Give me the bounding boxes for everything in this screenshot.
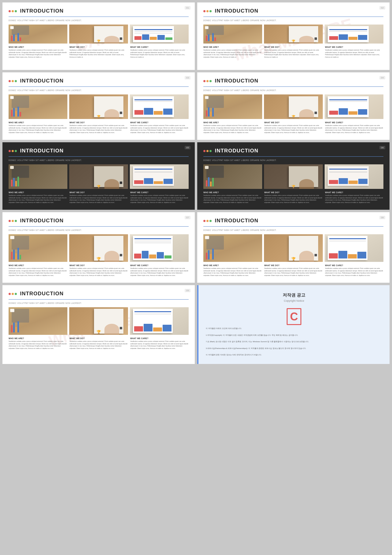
- what-we-care-text-9: Vestibulum sodales ante a purus volutpat…: [130, 340, 189, 350]
- window-dots-9: [9, 293, 17, 295]
- dot-green-8: [209, 220, 212, 222]
- what-we-care-col-4: WHAT WE CARE? Vestibulum sodales ante a …: [325, 121, 383, 134]
- copyright-title: 저작권 공고: [206, 293, 382, 298]
- what-we-care-col-8: WHAT WE CARE? Vestibulum sodales ante a …: [325, 264, 383, 277]
- what-we-care-text-8: Vestibulum sodales ante a purus volutpat…: [325, 267, 383, 277]
- what-we-do-col: WHAT WE DO? Vestibulum sodales ante a pu…: [70, 46, 128, 58]
- what-we-do-text: Vestibulum sodales ante a purus volutpat…: [70, 49, 128, 58]
- slide-8: INTRODUCTION DONEC VOLUTPAT NIBH SIT AME…: [197, 212, 390, 283]
- dot-orange-3: [12, 80, 14, 82]
- slide-4: INTRODUCTION DONEC VOLUTPAT NIBH SIT AME…: [197, 72, 390, 140]
- divider-8: [203, 226, 383, 227]
- image-14: 🏆: [69, 164, 128, 189]
- slide-4-header: INTRODUCTION: [203, 78, 383, 84]
- trophy-icon-9: 🏆: [96, 330, 101, 334]
- dot-orange-5: [12, 150, 14, 152]
- what-we-care-label-4: WHAT WE CARE?: [325, 121, 383, 124]
- slide-7-subtitle: DONEC VOLUTPAT NIBH SIT AMET LIBERO ORNA…: [9, 229, 189, 231]
- window-dots-3: [9, 80, 17, 82]
- slide-6-number: 06: [379, 146, 385, 149]
- image-15: [130, 164, 189, 189]
- slide-5-title: INTRODUCTION: [20, 148, 63, 154]
- slide-3-header: INTRODUCTION: [9, 78, 189, 84]
- slide-2: INTRODUCTION DONEC VOLUTPAT NIBH SIT AME…: [197, 2, 390, 70]
- slide-2-images: 🏆: [203, 25, 383, 44]
- image-24: [325, 234, 383, 262]
- who-we-are-text-4: Vestibulum sodales ante a purus volutpat…: [203, 124, 262, 134]
- who-we-are-text-2: Vestibulum sodales ante a purus volutpat…: [203, 49, 262, 58]
- what-we-do-col-6: WHAT WE DO? Vestibulum sodales ante a pu…: [264, 191, 323, 204]
- image-9: [130, 94, 189, 119]
- trophy-icon-4: 🏆: [292, 115, 295, 118]
- image-10: [203, 94, 262, 119]
- slide-8-text-cols: WHO WE ARE? Vestibulum sodales ante a pu…: [203, 264, 383, 277]
- slide-6: INTRODUCTION DONEC VOLUTPAT NIBH SIT AME…: [197, 142, 390, 210]
- what-we-care-text: Vestibulum sodales ante a purus volutpat…: [130, 49, 189, 58]
- who-we-are-label-9: WHO WE ARE?: [9, 337, 67, 339]
- who-we-are-label-6: WHO WE ARE?: [203, 191, 262, 193]
- slide-9-number: 09: [185, 289, 190, 292]
- what-we-care-text-2: Vestibulum sodales ante a purus volutpat…: [325, 49, 383, 58]
- what-we-care-text-6: Vestibulum sodales ante a purus volutpat…: [325, 194, 383, 204]
- what-we-care-col: WHAT WE CARE? Vestibulum sodales ante a …: [130, 46, 189, 58]
- slide-1-text-cols: WHO WE ARE? Vestibulum sodales ante a pu…: [9, 46, 189, 58]
- who-we-are-text: Vestibulum sodales ante a purus volutpat…: [9, 49, 67, 58]
- dot-orange-8: [206, 220, 209, 222]
- who-we-are-col-2: WHO WE ARE? Vestibulum sodales ante a pu…: [203, 46, 262, 58]
- slide-5-subtitle: DONEC VOLUTPAT NIBH SIT AMET LIBERO ORNA…: [9, 159, 189, 161]
- slide-2-text-cols: WHO WE ARE? Vestibulum sodales ante a pu…: [203, 46, 383, 58]
- window-dots: [9, 10, 17, 12]
- what-we-care-col-7: WHAT WE CARE? Vestibulum sodales ante a …: [130, 264, 189, 277]
- who-we-are-label-7: WHO WE ARE?: [9, 264, 67, 266]
- slide-6-images: 🏆: [203, 164, 383, 189]
- who-we-are-col-4: WHO WE ARE? Vestibulum sodales ante a pu…: [203, 121, 262, 134]
- slide-2-number: 02: [379, 6, 385, 10]
- trophy-icon-2: 🏆: [292, 40, 295, 43]
- image-17: 🏆: [264, 164, 323, 189]
- slide-1: INTRODUCTION DONEC VOLUTPAT NIBH SIT AME…: [2, 2, 195, 70]
- slide-4-number: 04: [379, 76, 385, 79]
- image-3: [130, 25, 189, 44]
- slide-3-text-cols: WHO WE ARE? Vestibulum sodales ante a pu…: [9, 121, 189, 134]
- what-we-care-text-5: Vestibulum sodales ante a purus volutpat…: [130, 194, 189, 204]
- copyright-logo-wrapper: C: [287, 310, 301, 323]
- who-we-are-label-4: WHO WE ARE?: [203, 121, 262, 124]
- what-we-care-label-7: WHAT WE CARE?: [130, 264, 189, 266]
- slide-1-number: 01: [185, 6, 190, 10]
- slide-6-header: INTRODUCTION: [203, 148, 383, 154]
- who-we-are-col: WHO WE ARE? Vestibulum sodales ante a pu…: [9, 46, 67, 58]
- who-we-are-col-7: WHO WE ARE? Vestibulum sodales ante a pu…: [9, 264, 67, 277]
- slide-8-images: 🏆: [203, 234, 383, 262]
- what-we-care-label-8: WHAT WE CARE?: [325, 264, 383, 266]
- who-we-are-col-9: WHO WE ARE? Vestibulum sodales ante a pu…: [9, 337, 67, 350]
- slide-4-subtitle: DONEC VOLUTPAT NIBH SIT AMET LIBERO ORNA…: [203, 89, 383, 91]
- slide-1-images: 🏆: [9, 25, 189, 44]
- what-we-care-label-2: WHAT WE CARE?: [325, 46, 383, 48]
- what-we-do-label: WHAT WE DO?: [70, 46, 128, 48]
- image-1: [9, 25, 67, 44]
- image-18: [325, 164, 383, 189]
- copyright-subtitle: Copyright Notice: [206, 299, 382, 302]
- trophy-icon-3: 🏆: [97, 115, 100, 118]
- what-we-do-label-4: WHAT WE DO?: [264, 121, 323, 124]
- what-we-care-label-5: WHAT WE CARE?: [130, 191, 189, 193]
- slide-5-text-cols: WHO WE ARE? Vestibulum sodales ante a pu…: [9, 191, 189, 204]
- image-13: [9, 164, 67, 189]
- copyright-body: 이 저작물은 아래의 조건에 따라 보호됩니다. 1.저작권(Copyright…: [206, 327, 382, 357]
- slide-7-text-cols: WHO WE ARE? Vestibulum sodales ante a pu…: [9, 264, 189, 277]
- what-we-do-text-3: Vestibulum sodales ante a purus volutpat…: [70, 124, 128, 134]
- what-we-do-col-2: WHAT WE DO? Vestibulum sodales ante a pu…: [264, 46, 323, 58]
- slide-4-images: 🏆: [203, 94, 383, 119]
- slide-8-number: 08: [379, 216, 385, 219]
- what-we-care-label-3: WHAT WE CARE?: [130, 121, 189, 124]
- divider-3: [9, 86, 189, 87]
- dot-red-5: [9, 150, 11, 152]
- slide-7-header: INTRODUCTION: [9, 218, 189, 224]
- divider-9: [9, 299, 189, 300]
- slide-6-subtitle: DONEC VOLUTPAT NIBH SIT AMET LIBERO ORNA…: [203, 159, 383, 161]
- slide-8-title: INTRODUCTION: [215, 218, 258, 224]
- what-we-do-text-4: Vestibulum sodales ante a purus volutpat…: [264, 124, 323, 134]
- dot-orange-9: [12, 293, 14, 295]
- dot-red-8: [203, 220, 205, 222]
- slide-5-images: 🏆: [9, 164, 189, 189]
